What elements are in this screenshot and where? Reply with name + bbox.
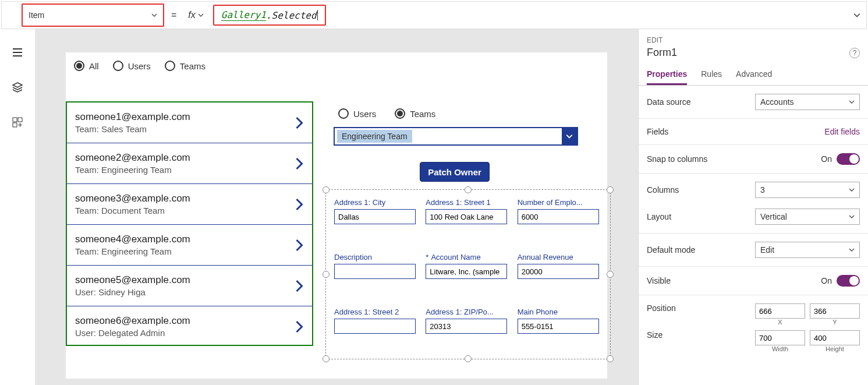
size-w-input[interactable] xyxy=(755,330,805,345)
tab-rules[interactable]: Rules xyxy=(701,65,722,85)
form-field: * Account Name xyxy=(426,253,510,296)
properties-panel: EDIT Form1 ? Properties Rules Advanced D… xyxy=(638,29,868,385)
fx-button[interactable]: fx xyxy=(183,10,208,20)
field-input[interactable] xyxy=(334,264,416,279)
resize-handle[interactable] xyxy=(323,355,330,362)
field-input[interactable] xyxy=(334,209,416,224)
radio-label: Users xyxy=(128,61,151,71)
resize-handle[interactable] xyxy=(607,355,614,362)
layers-icon[interactable] xyxy=(12,82,23,93)
field-input[interactable] xyxy=(426,319,507,334)
radio-dot-icon xyxy=(395,108,405,119)
resize-handle[interactable] xyxy=(323,271,330,278)
form-field: Address 1: Street 1 xyxy=(426,198,510,241)
gallery-item[interactable]: someone6@example.comUser: Delegated Admi… xyxy=(67,306,312,346)
radio-teams[interactable]: Teams xyxy=(165,61,206,71)
form-field: Main Phone xyxy=(518,308,602,351)
chevron-down-icon xyxy=(849,187,855,193)
equals-sign: = xyxy=(171,10,176,20)
prop-label-defaultmode: Default mode xyxy=(647,245,695,255)
radio-all[interactable]: All xyxy=(74,61,99,71)
prop-label-fields: Fields xyxy=(647,127,668,136)
toggle-label: On xyxy=(821,154,832,164)
gallery-item-subtitle: Team: Engineering Team xyxy=(75,246,190,256)
size-h-input[interactable] xyxy=(810,330,860,345)
chevron-right-icon xyxy=(295,116,304,130)
fx-label: fx xyxy=(188,10,195,20)
prop-label-layout: Layout xyxy=(647,212,671,221)
radio-dot-icon xyxy=(74,61,84,71)
form1-selection[interactable]: Address 1: CityAddress 1: Street 1Number… xyxy=(325,189,611,359)
tab-properties[interactable]: Properties xyxy=(647,65,687,85)
columns-select[interactable]: 3 xyxy=(755,182,860,198)
formula-ref: Gallery1 xyxy=(221,9,266,21)
resize-handle[interactable] xyxy=(323,186,330,193)
field-label: Annual Revenue xyxy=(518,253,602,262)
field-input[interactable] xyxy=(518,264,599,279)
field-input[interactable] xyxy=(518,319,599,334)
team-dropdown[interactable]: Engineering Team xyxy=(334,127,578,146)
resize-handle[interactable] xyxy=(607,186,614,193)
position-y-input[interactable] xyxy=(810,303,860,319)
select-value: Vertical xyxy=(760,212,787,221)
control-name: Form1 xyxy=(647,47,677,59)
chevron-right-icon xyxy=(295,279,304,293)
radio-users[interactable]: Users xyxy=(113,61,151,71)
field-input[interactable] xyxy=(426,209,507,224)
datasource-select[interactable]: Accounts xyxy=(755,94,860,110)
gallery-item[interactable]: someone3@example.comTeam: Document Team xyxy=(67,184,312,225)
field-input[interactable] xyxy=(334,319,416,334)
svg-rect-0 xyxy=(13,118,17,122)
patch-owner-button[interactable]: Patch Owner xyxy=(420,162,490,182)
canvas-area[interactable]: All Users Teams someone1@example.comTeam… xyxy=(35,29,638,385)
svg-rect-2 xyxy=(13,123,17,127)
help-icon[interactable]: ? xyxy=(849,48,860,58)
gallery1[interactable]: someone1@example.comTeam: Sales Teamsome… xyxy=(66,101,313,346)
chevron-down-icon[interactable] xyxy=(853,12,860,19)
chevron-down-icon xyxy=(849,214,855,220)
resize-handle[interactable] xyxy=(465,186,472,193)
layout-select[interactable]: Vertical xyxy=(755,209,860,225)
app-canvas: All Users Teams someone1@example.comTeam… xyxy=(66,52,607,379)
field-input[interactable] xyxy=(518,209,599,224)
gallery-item[interactable]: someone4@example.comTeam: Engineering Te… xyxy=(67,225,312,266)
resize-handle[interactable] xyxy=(607,271,614,278)
snap-toggle[interactable]: On xyxy=(821,153,860,165)
radio-label: Teams xyxy=(410,109,435,119)
position-x-input[interactable] xyxy=(755,303,805,319)
panel-context: EDIT xyxy=(647,36,860,44)
radio-users-form[interactable]: Users xyxy=(338,108,376,119)
chevron-down-icon xyxy=(198,12,204,18)
edit-fields-link[interactable]: Edit fields xyxy=(824,127,860,136)
property-dropdown[interactable]: Item xyxy=(22,3,164,27)
components-icon[interactable] xyxy=(12,116,23,128)
property-tabs: Properties Rules Advanced xyxy=(639,62,868,86)
resize-handle[interactable] xyxy=(465,355,472,362)
hamburger-icon[interactable] xyxy=(12,47,23,58)
field-label: Address 1: City xyxy=(334,198,419,207)
prop-label-size: Size xyxy=(647,330,662,340)
svg-rect-1 xyxy=(18,118,22,122)
gallery-item-title: someone2@example.com xyxy=(75,152,190,164)
gallery-item[interactable]: someone5@example.comUser: Sidney Higa xyxy=(67,266,312,306)
field-label: Address 1: Street 2 xyxy=(334,308,419,316)
switch-icon xyxy=(837,275,860,287)
field-input[interactable] xyxy=(426,264,507,279)
chevron-right-icon xyxy=(295,238,304,252)
chevron-down-icon xyxy=(566,133,573,140)
chevron-down-icon xyxy=(151,12,157,18)
tab-advanced[interactable]: Advanced xyxy=(736,65,772,85)
formula-text: Gallery1.Selected xyxy=(213,5,326,26)
prop-label-datasource: Data source xyxy=(647,97,690,107)
form-field: Address 1: Street 2 xyxy=(334,308,419,351)
radio-teams-form[interactable]: Teams xyxy=(395,108,435,119)
field-label: Address 1: Street 1 xyxy=(426,198,510,207)
formula-input[interactable]: Gallery1.Selected xyxy=(213,3,866,27)
gallery-item[interactable]: someone2@example.comTeam: Engineering Te… xyxy=(67,143,312,184)
visible-toggle[interactable]: On xyxy=(821,275,860,287)
formula-bar: Item = fx Gallery1.Selected xyxy=(1,1,867,29)
defaultmode-select[interactable]: Edit xyxy=(755,242,860,258)
position-y-label: Y xyxy=(810,319,860,326)
gallery-item[interactable]: someone1@example.comTeam: Sales Team xyxy=(67,103,312,143)
dropdown-arrow-button[interactable] xyxy=(562,128,577,144)
